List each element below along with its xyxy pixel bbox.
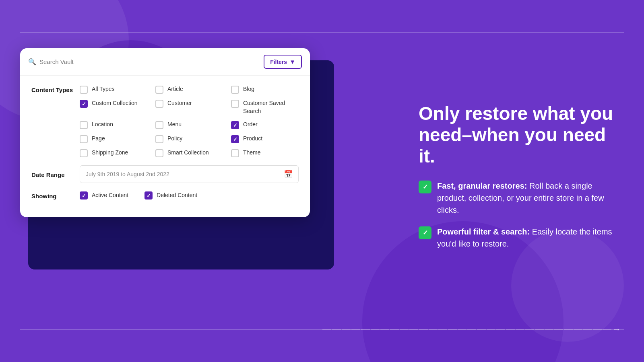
label-custom-collection: Custom Collection <box>92 99 138 107</box>
cb-custom-collection[interactable] <box>80 100 88 108</box>
feature-bold-2: Powerful filter & search: <box>437 227 530 236</box>
date-input-wrap[interactable]: July 9th 2019 to August 2nd 2022 📅 <box>80 165 299 183</box>
date-range-value: July 9th 2019 to August 2nd 2022 <box>86 171 284 177</box>
checkbox-smart-collection[interactable]: Smart Collection <box>155 149 223 157</box>
filters-button[interactable]: Filters ▼ <box>264 55 302 69</box>
filter-content: Content Types All Types Article Blog <box>20 76 310 217</box>
content-types-label: Content Types <box>31 85 80 93</box>
label-blog: Blog <box>243 85 254 93</box>
feature-text-2: Powerful filter & search: Easily locate … <box>437 225 620 249</box>
cb-active-content[interactable] <box>80 191 88 200</box>
label-customer: Customer <box>167 99 192 107</box>
checkbox-all-types[interactable]: All Types <box>80 85 147 94</box>
feature-check-icon-2: ✓ <box>419 226 431 239</box>
label-location: Location <box>92 121 113 129</box>
cb-page[interactable] <box>80 135 88 143</box>
checkbox-menu[interactable]: Menu <box>155 121 223 129</box>
label-deleted-content: Deleted Content <box>157 191 197 200</box>
cb-deleted-content[interactable] <box>144 191 153 200</box>
date-range-section: Date Range July 9th 2019 to August 2nd 2… <box>31 165 299 183</box>
cb-theme[interactable] <box>231 149 239 157</box>
checkbox-active-content[interactable]: Active Content <box>80 191 128 200</box>
checkbox-shipping-zone[interactable]: Shipping Zone <box>80 149 147 157</box>
search-icon: 🔍 <box>28 58 36 66</box>
date-range-label: Date Range <box>31 170 80 178</box>
label-all-types: All Types <box>92 85 115 93</box>
cb-menu[interactable] <box>155 121 163 129</box>
cb-smart-collection[interactable] <box>155 149 163 157</box>
label-product: Product <box>243 135 262 143</box>
checkbox-customer[interactable]: Customer <box>155 99 223 115</box>
showing-label: Showing <box>31 191 80 200</box>
label-page: Page <box>92 135 105 143</box>
label-article: Article <box>167 85 183 93</box>
label-smart-collection: Smart Collection <box>167 149 209 157</box>
checkbox-page[interactable]: Page <box>80 135 147 143</box>
checkbox-blog[interactable]: Blog <box>231 85 299 94</box>
cb-article[interactable] <box>155 86 163 94</box>
checkbox-custom-collection[interactable]: Custom Collection <box>80 99 147 115</box>
label-active-content: Active Content <box>92 191 128 200</box>
checkbox-customer-saved-search[interactable]: Customer Saved Search <box>231 99 299 115</box>
cb-policy[interactable] <box>155 135 163 143</box>
checkbox-order[interactable]: Order <box>231 121 299 129</box>
label-theme: Theme <box>243 149 261 157</box>
feature-check-icon-1: ✓ <box>419 180 431 193</box>
filters-label: Filters <box>270 59 287 65</box>
search-bar: 🔍 Filters ▼ <box>20 48 310 76</box>
cb-shipping-zone[interactable] <box>80 149 88 157</box>
cb-all-types[interactable] <box>80 86 88 94</box>
cb-order[interactable] <box>231 121 239 129</box>
cb-customer[interactable] <box>155 100 163 108</box>
label-policy: Policy <box>167 135 182 143</box>
left-panel: 🔍 Filters ▼ Content Types All Types <box>20 48 342 322</box>
cb-location[interactable] <box>80 121 88 129</box>
checkbox-location[interactable]: Location <box>80 121 147 129</box>
checkbox-product[interactable]: Product <box>231 135 299 143</box>
search-input[interactable] <box>39 58 264 65</box>
feature-item-1: ✓ Fast, granular restores: Roll back a s… <box>419 179 620 216</box>
feature-text-1: Fast, granular restores: Roll back a sin… <box>437 179 620 216</box>
calendar-icon[interactable]: 📅 <box>284 170 293 179</box>
checkbox-deleted-content[interactable]: Deleted Content <box>144 191 197 200</box>
cb-customer-saved-search[interactable] <box>231 100 239 108</box>
checkbox-article[interactable]: Article <box>155 85 223 94</box>
showing-section: Showing Active Content Deleted Content <box>31 191 299 200</box>
label-shipping-zone: Shipping Zone <box>92 149 128 157</box>
cb-blog[interactable] <box>231 86 239 94</box>
label-menu: Menu <box>167 121 182 129</box>
next-arrow[interactable]: ——————————————————————————————→ <box>322 324 622 335</box>
main-heading: Only restore what you need–when you need… <box>419 103 620 167</box>
top-divider <box>20 32 624 33</box>
content-types-section: Content Types All Types Article Blog <box>31 85 299 157</box>
cb-product[interactable] <box>231 135 239 143</box>
checkbox-theme[interactable]: Theme <box>231 149 299 157</box>
showing-items: Active Content Deleted Content <box>80 191 299 200</box>
feature-item-2: ✓ Powerful filter & search: Easily locat… <box>419 225 620 249</box>
filter-icon: ▼ <box>289 58 295 65</box>
checkbox-policy[interactable]: Policy <box>155 135 223 143</box>
search-input-wrap: 🔍 <box>28 58 264 66</box>
right-panel: Only restore what you need–when you need… <box>419 103 620 259</box>
filter-card: 🔍 Filters ▼ Content Types All Types <box>20 48 310 217</box>
content-types-grid: All Types Article Blog Custom Collection <box>80 85 299 157</box>
feature-bold-1: Fast, granular restores: <box>437 181 527 190</box>
label-customer-saved-search: Customer Saved Search <box>243 99 299 115</box>
label-order: Order <box>243 121 258 129</box>
